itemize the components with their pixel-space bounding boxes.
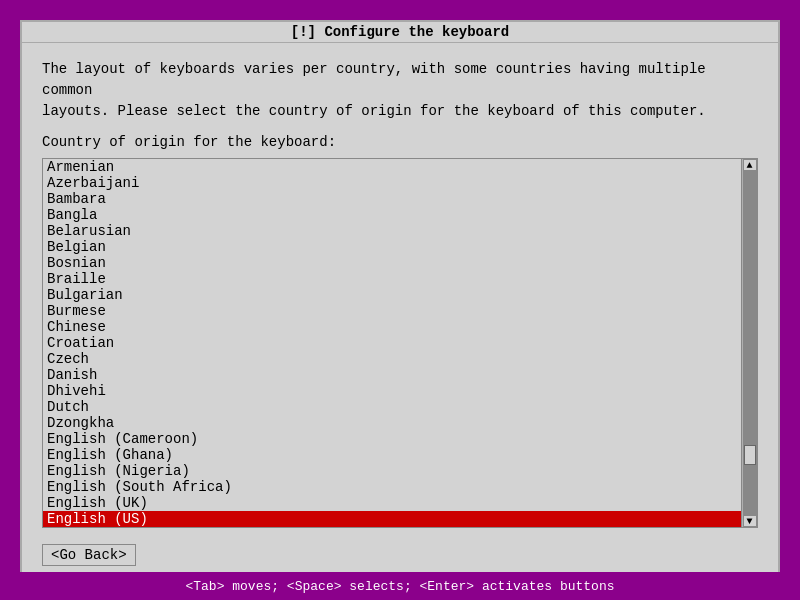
main-window: [!] Configure the keyboard The layout of… xyxy=(20,20,780,580)
description: The layout of keyboards varies per count… xyxy=(42,59,758,122)
list-container: ArmenianAzerbaijaniBambaraBanglaBelarusi… xyxy=(42,158,758,528)
scrollbar-down-button[interactable]: ▼ xyxy=(743,515,757,527)
list-item[interactable]: Armenian xyxy=(43,159,741,175)
scrollbar-up-button[interactable]: ▲ xyxy=(743,159,757,171)
list-item[interactable]: Bulgarian xyxy=(43,287,741,303)
scrollbar[interactable]: ▲ ▼ xyxy=(741,159,757,527)
country-label: Country of origin for the keyboard: xyxy=(42,134,758,150)
list-item[interactable]: English (UK) xyxy=(43,495,741,511)
button-area: <Go Back> xyxy=(42,540,758,570)
list-item[interactable]: Dhivehi xyxy=(43,383,741,399)
title-bar: [!] Configure the keyboard xyxy=(22,22,778,43)
list-item[interactable]: English (South Africa) xyxy=(43,479,741,495)
list-item[interactable]: Dzongkha xyxy=(43,415,741,431)
list-item[interactable]: English (Nigeria) xyxy=(43,463,741,479)
list-item[interactable]: English (Cameroon) xyxy=(43,431,741,447)
list-item[interactable]: Burmese xyxy=(43,303,741,319)
list-item[interactable]: Bambara xyxy=(43,191,741,207)
list-item[interactable]: English (Ghana) xyxy=(43,447,741,463)
list-item[interactable]: Danish xyxy=(43,367,741,383)
list-item[interactable]: Croatian xyxy=(43,335,741,351)
list-item[interactable]: Czech xyxy=(43,351,741,367)
content-area: The layout of keyboards varies per count… xyxy=(22,43,778,586)
list-item[interactable]: Bangla xyxy=(43,207,741,223)
list-item[interactable]: Chinese xyxy=(43,319,741,335)
list-item[interactable]: Dutch xyxy=(43,399,741,415)
status-bar: <Tab> moves; <Space> selects; <Enter> ac… xyxy=(0,572,800,600)
country-list[interactable]: ArmenianAzerbaijaniBambaraBanglaBelarusi… xyxy=(43,159,741,527)
list-item[interactable]: Bosnian xyxy=(43,255,741,271)
window-title: [!] Configure the keyboard xyxy=(291,24,509,40)
list-item[interactable]: Belgian xyxy=(43,239,741,255)
list-item[interactable]: Belarusian xyxy=(43,223,741,239)
description-line1: The layout of keyboards varies per count… xyxy=(42,59,758,101)
scrollbar-thumb[interactable] xyxy=(744,445,756,465)
scrollbar-track xyxy=(743,171,757,515)
list-item[interactable]: English (US) xyxy=(43,511,741,527)
go-back-button[interactable]: <Go Back> xyxy=(42,544,136,566)
description-line2: layouts. Please select the country of or… xyxy=(42,101,758,122)
status-text: <Tab> moves; <Space> selects; <Enter> ac… xyxy=(185,579,614,594)
list-item[interactable]: Azerbaijani xyxy=(43,175,741,191)
list-item[interactable]: Braille xyxy=(43,271,741,287)
